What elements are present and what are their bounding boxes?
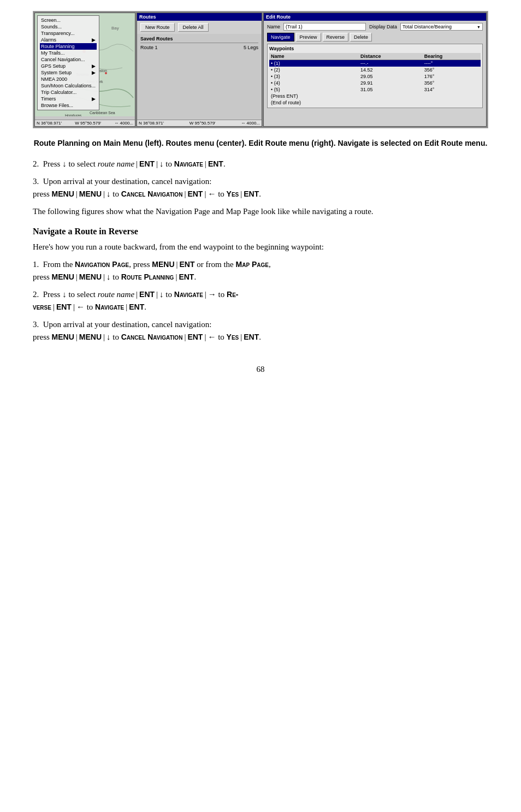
menu-cancel-navigation: Cancel Navigation... (40, 56, 97, 63)
wp5-name: • (5) (269, 86, 359, 93)
wp2-name: • (2) (269, 67, 359, 73)
waypoints-header: Waypoints (269, 46, 481, 51)
route-row-1: Route 1 5 Legs (140, 44, 258, 51)
figures-text: The following figures show what the Navi… (33, 205, 488, 218)
route-name: Route 1 (140, 45, 158, 50)
delete-all-button[interactable]: Delete All (178, 23, 209, 32)
waypoints-section: Waypoints Name Distance Bearing • (1) --… (267, 44, 483, 108)
wp3-name: • (3) (269, 73, 359, 80)
screenshot-area: Bay Quebec Toronto Boston New York Ciuda… (33, 11, 488, 128)
step2-paragraph: 2. Press ↓ to select route name | ENT | … (33, 158, 488, 170)
preview-button[interactable]: Preview (296, 33, 321, 42)
center-panel: Routes New Route Delete All Saved Routes… (137, 13, 262, 127)
end-of-route: (End of route) (269, 99, 359, 106)
delete-button[interactable]: Delete (350, 33, 372, 42)
center-status-lon: W 95°50.579' (190, 121, 216, 126)
waypoints-table: Name Distance Bearing • (1) ---.- ----° … (269, 53, 481, 106)
wp3-distance: 29.05 (359, 73, 423, 80)
display-data-label: Display Data (369, 24, 397, 29)
wp4-bearing: 356° (423, 80, 481, 86)
menu-system-setup: System Setup (40, 69, 97, 76)
waypoint-row-press-ent: (Press ENT) (269, 93, 481, 99)
menu-gps-setup: GPS Setup (40, 63, 97, 69)
col-bearing: Bearing (423, 53, 481, 60)
main-menu-overlay: Screen... Sounds... Transparency... Alar… (37, 15, 99, 110)
edit-route-content: Name (Trail 1) Display Data Total Distan… (264, 21, 486, 110)
status-zoom: ↔ 4000... (114, 121, 133, 126)
step3-paragraph: 3. Upon arrival at your destination, can… (33, 175, 488, 200)
waypoint-row-5: • (5) 31.05 314° (269, 86, 481, 93)
waypoint-row-4: • (4) 29.91 356° (269, 80, 481, 86)
menu-browse: Browse Files... (40, 102, 97, 109)
saved-routes-label: Saved Routes (140, 36, 173, 42)
reverse-step2: 2. Press ↓ to select route name | ENT | … (33, 288, 488, 313)
waypoint-row-end: (End of route) (269, 99, 481, 106)
routes-title: Routes (137, 13, 262, 21)
menu-my-trails: My Trails... (40, 50, 97, 56)
wp1-name: • (1) (269, 60, 359, 67)
route-legs: 5 Legs (244, 45, 258, 50)
left-status-bar: N 36°08.971' W 95°50.579' ↔ 4000... (35, 120, 135, 126)
svg-text:Caribbean Sea: Caribbean Sea (90, 111, 115, 115)
wp3-bearing: 176° (423, 73, 481, 80)
wp1-distance: ---.- (359, 60, 423, 67)
center-status-zoom: ↔ 4000... (241, 121, 260, 126)
right-panel: Edit Route Name (Trail 1) Display Data T… (263, 13, 487, 127)
col-distance: Distance (359, 53, 423, 60)
center-status-lat: N 36°08.971' (139, 121, 164, 126)
page-number: 68 (33, 365, 488, 374)
name-row: Name (Trail 1) Display Data Total Distan… (267, 23, 483, 31)
wp4-distance: 29.91 (359, 80, 423, 86)
screenshot-caption: Route Planning on Main Menu (left). Rout… (33, 138, 488, 149)
nav-buttons-group: Navigate Preview Reverse Delete (267, 33, 483, 42)
name-label: Name (267, 24, 280, 29)
menu-nmea: NMEA 2000 (40, 76, 97, 82)
routes-list: Saved Routes Route 1 5 Legs (137, 34, 262, 53)
wp2-bearing: 356° (423, 67, 481, 73)
waypoint-row-2: • (2) 14.52 356° (269, 67, 481, 73)
section-heading-reverse: Navigate a Route in Reverse (33, 227, 488, 236)
navigate-button[interactable]: Navigate (267, 33, 294, 42)
display-data-dropdown[interactable]: Total Distance/Bearing (400, 23, 483, 31)
press-ent: (Press ENT) (269, 93, 359, 99)
routes-list-header: Saved Routes (140, 36, 258, 43)
wp4-name: • (4) (269, 80, 359, 86)
svg-text:Bay: Bay (111, 26, 119, 31)
menu-screen: Screen... (40, 17, 97, 23)
menu-timers: Timers (40, 96, 97, 102)
menu-sun-moon: Sun/Moon Calculations... (40, 82, 97, 89)
waypoint-row-3: • (3) 29.05 176° (269, 73, 481, 80)
menu-route-planning: Route Planning (40, 43, 97, 50)
col-name: Name (269, 53, 359, 60)
menu-sounds: Sounds... (40, 23, 97, 30)
name-input[interactable]: (Trail 1) (283, 23, 366, 31)
status-lat: N 36°08.971' (37, 121, 62, 126)
reverse-intro: Here's how you run a route backward, fro… (33, 241, 488, 253)
reverse-button[interactable]: Reverse (323, 33, 349, 42)
wp2-distance: 14.52 (359, 67, 423, 73)
reverse-step1: 1. From the Navigation Page, press MENU … (33, 258, 488, 283)
menu-trip-calc: Trip Calculator... (40, 89, 97, 96)
status-lon: W 95°50.579' (75, 121, 101, 126)
menu-transparency: Transparency... (40, 30, 97, 37)
new-route-button[interactable]: New Route (140, 23, 175, 32)
center-status-bar: N 36°08.971' W 95°50.579' ↔ 4000... (137, 120, 262, 126)
wp5-bearing: 314° (423, 86, 481, 93)
svg-text:Honduras: Honduras (65, 114, 82, 116)
wp1-bearing: ----° (423, 60, 481, 67)
reverse-step3: 3. Upon arrival at your destination, can… (33, 318, 488, 343)
left-panel: Bay Quebec Toronto Boston New York Ciuda… (34, 13, 135, 127)
routes-toolbar: New Route Delete All (137, 21, 262, 34)
wp5-distance: 31.05 (359, 86, 423, 93)
menu-alarms: Alarms (40, 37, 97, 43)
waypoint-row-1: • (1) ---.- ----° (269, 60, 481, 67)
edit-route-title: Edit Route (264, 13, 486, 21)
